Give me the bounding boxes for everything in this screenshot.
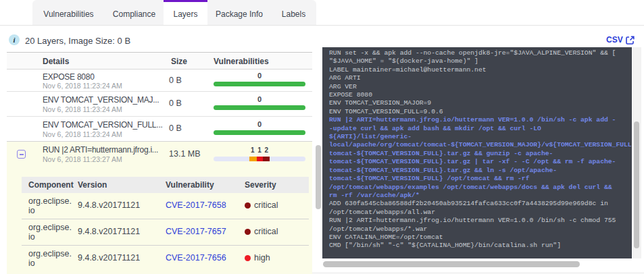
layers-table-header: Details Size Vulnerabilities (7, 52, 312, 70)
code-line: rm -rf /var/cache/apk/* (329, 192, 632, 200)
code-line: tomcat-${TOMCAT_VERSION_FULL}.tar.gz && … (329, 150, 632, 158)
tab-compliance[interactable]: Compliance (105, 0, 164, 26)
layer-row-expose-8080[interactable]: EXPOSE 8080 Nov 6, 2018 11:23:24 AM 0 B … (7, 70, 312, 92)
severity-cell: high (245, 253, 270, 263)
csv-label: CSV (606, 35, 623, 45)
layer-date: Nov 6, 2018 11:23:24 AM (43, 82, 122, 90)
column-size: Size (171, 57, 187, 66)
code-line: /opt/tomcat/webapps/*.war (329, 225, 632, 234)
code-line: -update curl && apk add bash && mkdir /o… (329, 125, 632, 133)
code-line: LABEL maintainer=michael@huettermann.net (329, 66, 632, 74)
vuln-count: 0 (214, 95, 305, 103)
code-line: ENV TOMCAT_VERSION_FULL=9.0.6 (329, 108, 632, 116)
code-line: ARG ARTI (329, 74, 632, 82)
tab-bar-divider (0, 25, 644, 26)
vulnerability-table-header: Component Version Vulnerability Severity (22, 177, 309, 193)
dockerfile-code: RUN set -x && apk add --no-cache openjdk… (329, 49, 632, 250)
column-component: Component (28, 180, 74, 190)
layer-date: Nov 6, 2018 11:23:24 AM (43, 130, 122, 138)
code-line: EXPOSE 8080 (329, 91, 632, 99)
component-version: 9.4.8.v20171121 (78, 227, 140, 236)
code-line: /opt/tomcat/webapps/all.war (329, 209, 632, 217)
code-line: ADD 630fa545cba86588df2b20450ab935214faf… (329, 200, 632, 208)
cve-link[interactable]: CVE-2017-7656 (166, 253, 226, 263)
code-line: CMD ["/bin/sh" "-c" "${CATALINA_HOME}/bi… (329, 242, 632, 250)
severity-cell: critical (245, 200, 278, 210)
code-line: local/apache/org/tomcat/tomcat-${TOMCAT_… (329, 141, 632, 149)
code-scrollbar-thumb[interactable] (634, 121, 639, 248)
cve-link[interactable]: CVE-2017-7658 (166, 200, 226, 210)
dockerfile-panel: RUN set -x && apk add --no-cache openjdk… (322, 47, 632, 258)
component-version: 9.4.8.v20171121 (78, 253, 140, 263)
vuln-bar-green (214, 82, 305, 86)
column-vulnerabilities: Vulnerabilities (214, 57, 269, 66)
code-hscrollbar-thumb[interactable] (323, 261, 580, 267)
code-line: RUN set -x && apk add --no-cache openjdk… (329, 49, 632, 57)
layer-title: ENV TOMCAT_VERSION_FULL... (43, 120, 163, 130)
severity-label: critical (254, 227, 278, 236)
component-version: 9.4.8.v20171121 (78, 200, 140, 210)
tab-vulnerabilities[interactable]: Vulnerabilities (32, 0, 105, 26)
layer-size: 13.1 MB (169, 149, 201, 159)
vuln-count: 1 1 2 (214, 146, 305, 154)
code-line: ${ARTI}/list/generic- (329, 133, 632, 141)
csv-export-button[interactable]: CSV (606, 35, 635, 45)
column-severity: Severity (245, 180, 276, 190)
collapse-icon[interactable] (17, 150, 26, 159)
vuln-bar-green (214, 130, 305, 135)
code-line: ARG VER (329, 83, 632, 91)
vuln-bar-green (214, 105, 305, 110)
component-name: org.eclipse.io (28, 196, 72, 215)
layer-date: Nov 6, 2018 11:23:27 AM (43, 155, 122, 163)
export-icon (626, 36, 635, 45)
layer-title: EXPOSE 8080 (43, 72, 95, 82)
tab-package-info[interactable]: Package Info (207, 0, 271, 26)
tab-bar: Vulnerabilities Compliance Layers Packag… (32, 0, 316, 26)
column-details: Details (43, 57, 69, 66)
cve-link[interactable]: CVE-2017-7657 (166, 227, 226, 236)
code-line: ENV TOMCAT_VERSION_MAJOR=9 (329, 99, 632, 107)
column-vulnerability: Vulnerability (166, 180, 214, 190)
layer-row-env-full[interactable]: ENV TOMCAT_VERSION_FULL... Nov 6, 2018 1… (7, 117, 312, 142)
bottom-border (312, 273, 644, 273)
vulnerability-row[interactable]: org.eclipse.io 9.4.8.v20171121 CVE-2017-… (22, 193, 309, 219)
vulnerability-row[interactable]: org.eclipse.io 9.4.8.v20171121 CVE-2017-… (22, 219, 309, 246)
severity-dot (245, 202, 251, 209)
code-line: RUN |2 ARTI=huttermann.jfrog.io/hutterma… (329, 116, 632, 124)
component-name: org.eclipse.io (28, 249, 72, 268)
vulnerability-table: Component Version Vulnerability Severity… (22, 177, 309, 274)
code-line: tomcat-${TOMCAT_VERSION_FULL}.tar.gz | t… (329, 158, 632, 166)
code-line: ENV CATALINA_HOME=/opt/tomcat (329, 234, 632, 242)
severity-dot (245, 255, 251, 261)
vuln-bar-severity (214, 157, 305, 161)
layer-title: RUN |2 ARTI=huttermann.jfrog.i... (43, 145, 158, 155)
bar-segment-medium (249, 157, 257, 161)
severity-label: critical (254, 200, 278, 210)
vuln-count: 0 (214, 72, 305, 80)
column-version: Version (78, 180, 107, 190)
bar-segment-high (257, 157, 263, 161)
component-name: org.eclipse.io (28, 223, 72, 242)
code-line: RUN |2 ARTI=huttermann.jfrog.io/hutterma… (329, 217, 632, 225)
severity-dot (245, 229, 251, 235)
info-icon: i (9, 34, 20, 45)
severity-cell: critical (245, 227, 278, 236)
layer-row-run-expanded[interactable]: RUN |2 ARTI=huttermann.jfrog.i... Nov 6,… (7, 142, 312, 274)
tab-layers[interactable]: Layers (164, 0, 207, 26)
code-line: tomcat-${TOMCAT_VERSION_FULL}.tar.gz && … (329, 167, 632, 175)
layer-date: Nov 6, 2018 11:23:24 AM (43, 105, 122, 113)
layer-title: ENV TOMCAT_VERSION_MAJ... (43, 95, 159, 105)
bar-segment-critical (263, 157, 270, 161)
vuln-count: 0 (214, 120, 305, 128)
code-line: /opt/tomcat/webapps/examples /opt/tomcat… (329, 184, 632, 192)
code-line: "$JAVA_HOME" = "$(docker-java-home)" ] (329, 57, 632, 65)
vulnerability-row[interactable]: org.eclipse.io 9.4.8.v20171121 CVE-2017-… (22, 246, 309, 274)
tab-labels[interactable]: Labels (271, 0, 316, 26)
layer-size: 0 B (169, 76, 182, 85)
layers-scrollbar-thumb[interactable] (316, 145, 321, 209)
severity-label: high (254, 253, 270, 263)
layer-row-env-major[interactable]: ENV TOMCAT_VERSION_MAJ... Nov 6, 2018 11… (7, 92, 312, 117)
layers-summary: 20 Layers, Image Size: 0 B (25, 36, 130, 46)
layer-size: 0 B (169, 99, 182, 108)
code-line: tomcat-${TOMCAT_VERSION_FULL} /opt/tomca… (329, 175, 632, 183)
